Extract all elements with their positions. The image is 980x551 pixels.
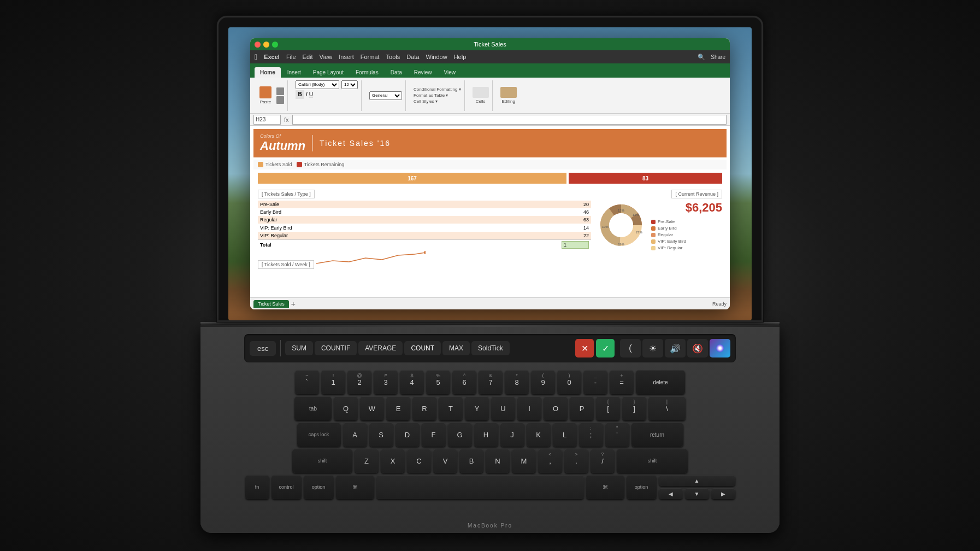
number-format-select[interactable]: General bbox=[369, 91, 402, 100]
apple-menu[interactable]:  bbox=[255, 52, 257, 61]
menu-format[interactable]: Format bbox=[361, 54, 380, 60]
key-d[interactable]: D bbox=[395, 423, 420, 447]
italic-button[interactable]: I bbox=[306, 91, 308, 97]
key-option-right[interactable]: option bbox=[627, 475, 657, 499]
key-arrow-right[interactable]: ▶ bbox=[711, 488, 735, 499]
key-s[interactable]: S bbox=[369, 423, 393, 447]
tb-brightness-down-btn[interactable]: ( bbox=[620, 339, 641, 357]
menu-edit[interactable]: Edit bbox=[303, 54, 313, 60]
key-j[interactable]: J bbox=[500, 423, 524, 447]
key-k[interactable]: K bbox=[527, 423, 551, 447]
key-backslash[interactable]: |\ bbox=[648, 396, 686, 420]
tb-brightness-up-btn[interactable]: ☀ bbox=[642, 339, 663, 357]
key-n[interactable]: N bbox=[486, 449, 510, 473]
tb-max-btn[interactable]: MAX bbox=[442, 341, 470, 355]
key-0[interactable]: ) 0 bbox=[557, 370, 581, 394]
key-c[interactable]: C bbox=[407, 449, 431, 473]
key-x[interactable]: X bbox=[381, 449, 405, 473]
font-family-select[interactable]: Calibri (Body) bbox=[296, 80, 339, 89]
key-5[interactable]: % 5 bbox=[426, 370, 450, 394]
menu-window[interactable]: Window bbox=[426, 54, 447, 60]
key-r[interactable]: R bbox=[412, 396, 436, 420]
minimize-button[interactable] bbox=[263, 42, 269, 48]
key-right-shift[interactable]: shift bbox=[617, 449, 688, 473]
key-6[interactable]: ^ 6 bbox=[452, 370, 476, 394]
key-slash[interactable]: ?/ bbox=[591, 449, 615, 473]
key-arrow-left[interactable]: ◀ bbox=[659, 488, 683, 499]
key-u[interactable]: U bbox=[491, 396, 515, 420]
menu-data[interactable]: Data bbox=[406, 54, 419, 60]
key-8[interactable]: * 8 bbox=[505, 370, 529, 394]
key-quote[interactable]: "' bbox=[605, 423, 629, 447]
key-q[interactable]: Q bbox=[334, 396, 358, 420]
tab-data[interactable]: Data bbox=[385, 67, 408, 78]
key-7[interactable]: & 7 bbox=[479, 370, 503, 394]
formula-input[interactable] bbox=[292, 115, 727, 125]
key-b[interactable]: B bbox=[459, 449, 483, 473]
touch-bar[interactable]: esc SUM COUNTIF AVERAGE COUNT MAX SoldTi… bbox=[244, 334, 736, 362]
key-p[interactable]: P bbox=[570, 396, 594, 420]
copy-button[interactable] bbox=[276, 96, 284, 104]
tb-soldtick-btn[interactable]: SoldTick bbox=[471, 341, 510, 355]
font-size-select[interactable]: 12 bbox=[341, 80, 358, 89]
key-m[interactable]: M bbox=[512, 449, 536, 473]
key-left-shift[interactable]: shift bbox=[292, 449, 352, 473]
key-g[interactable]: G bbox=[448, 423, 472, 447]
tb-countif-btn[interactable]: COUNTIF bbox=[315, 341, 357, 355]
key-z[interactable]: Z bbox=[355, 449, 379, 473]
key-4[interactable]: $ 4 bbox=[400, 370, 424, 394]
key-minus[interactable]: _ - bbox=[583, 370, 607, 394]
esc-key[interactable]: esc bbox=[250, 341, 276, 356]
share-button[interactable]: Share bbox=[711, 54, 725, 60]
key-f[interactable]: F bbox=[422, 423, 446, 447]
bold-button[interactable]: B bbox=[296, 90, 304, 99]
key-space[interactable] bbox=[376, 475, 584, 499]
menu-view[interactable]: View bbox=[320, 54, 333, 60]
menu-insert[interactable]: Insert bbox=[339, 54, 354, 60]
key-w[interactable]: W bbox=[360, 396, 384, 420]
tb-sum-btn[interactable]: SUM bbox=[285, 341, 313, 355]
key-command-right[interactable]: ⌘ bbox=[586, 475, 624, 499]
tab-formulas[interactable]: Formulas bbox=[350, 67, 384, 78]
key-2[interactable]: @ 2 bbox=[347, 370, 371, 394]
key-semicolon[interactable]: :; bbox=[579, 423, 603, 447]
cut-button[interactable] bbox=[276, 87, 284, 95]
key-period[interactable]: >. bbox=[564, 449, 588, 473]
key-o[interactable]: O bbox=[544, 396, 568, 420]
search-icon[interactable]: 🔍 bbox=[698, 54, 705, 61]
menu-file[interactable]: File bbox=[286, 54, 296, 60]
key-tab[interactable]: tab bbox=[294, 396, 332, 420]
underline-button[interactable]: U bbox=[309, 91, 313, 97]
tab-view[interactable]: View bbox=[439, 67, 462, 78]
key-i[interactable]: I bbox=[517, 396, 541, 420]
key-return[interactable]: return bbox=[631, 423, 683, 447]
tab-insert[interactable]: Insert bbox=[282, 67, 306, 78]
tb-volume-up-btn[interactable]: 🔊 bbox=[665, 339, 686, 357]
key-3[interactable]: # 3 bbox=[374, 370, 398, 394]
maximize-button[interactable] bbox=[272, 42, 278, 48]
cell-styles-btn[interactable]: Cell Styles ▾ bbox=[414, 99, 461, 104]
key-arrow-up[interactable]: ▲ bbox=[659, 475, 735, 486]
key-h[interactable]: H bbox=[474, 423, 498, 447]
key-option[interactable]: option bbox=[304, 475, 334, 499]
key-command-left[interactable]: ⌘ bbox=[336, 475, 374, 499]
close-button[interactable] bbox=[255, 42, 261, 48]
key-capslock[interactable]: caps lock bbox=[297, 423, 341, 447]
key-delete[interactable]: delete bbox=[636, 370, 685, 394]
key-y[interactable]: Y bbox=[465, 396, 489, 420]
key-right-bracket[interactable]: }] bbox=[622, 396, 646, 420]
key-t[interactable]: T bbox=[439, 396, 463, 420]
add-sheet-btn[interactable]: + bbox=[291, 300, 296, 308]
conditional-format-btn[interactable]: Conditional Formatting ▾ bbox=[414, 87, 461, 92]
total-input[interactable] bbox=[562, 241, 589, 249]
tb-siri-btn[interactable] bbox=[710, 339, 730, 357]
menu-help[interactable]: Help bbox=[454, 54, 467, 60]
menu-tools[interactable]: Tools bbox=[386, 54, 400, 60]
key-1[interactable]: ! 1 bbox=[321, 370, 345, 394]
tb-count-btn[interactable]: COUNT bbox=[404, 341, 441, 355]
tb-cancel-button[interactable]: ✕ bbox=[575, 339, 594, 357]
key-v[interactable]: V bbox=[433, 449, 457, 473]
menu-excel[interactable]: Excel bbox=[264, 54, 280, 60]
tb-average-btn[interactable]: AVERAGE bbox=[358, 341, 403, 355]
key-fn[interactable]: fn bbox=[245, 475, 269, 499]
